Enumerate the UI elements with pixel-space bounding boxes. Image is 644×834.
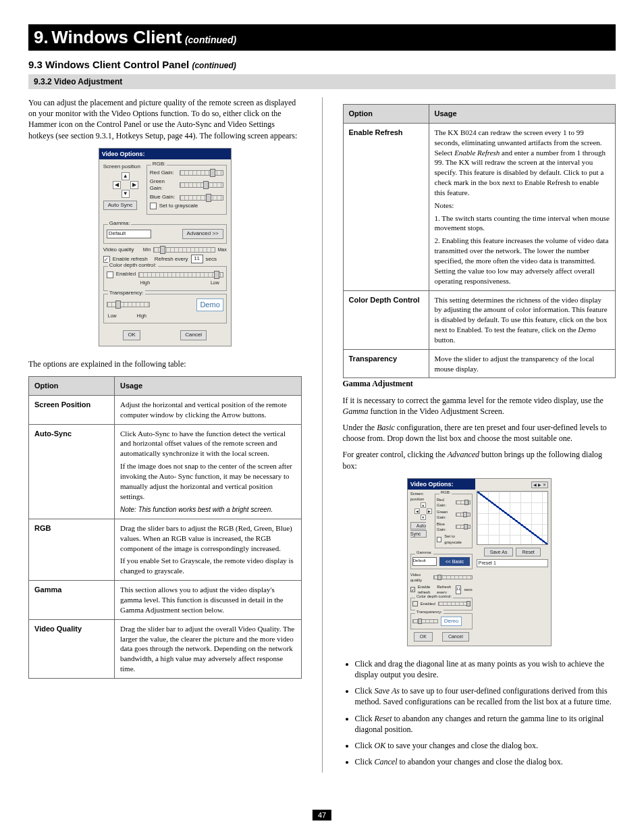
subchapter-title: Windows Client Control Panel bbox=[45, 59, 189, 70]
gamma-p3: For greater control, clicking the Advanc… bbox=[343, 449, 616, 471]
mock1-trans-low: Low bbox=[108, 313, 117, 319]
mock1-max: Max bbox=[218, 246, 227, 253]
chapter-continued: (continued) bbox=[185, 34, 236, 45]
subchapter-number: 9.3 bbox=[28, 59, 43, 70]
list-item: Click Save As to save up to four user-de… bbox=[355, 685, 616, 707]
mock1-min: Min bbox=[143, 246, 151, 253]
mock1-ok-button: OK bbox=[123, 330, 140, 340]
list-item: Click and drag the diagonal line at as m… bbox=[355, 658, 616, 680]
mock1-cancel-button: Cancel bbox=[180, 330, 207, 340]
arrow-up-icon: ▲ bbox=[122, 172, 130, 180]
mock1-gamma-legend: Gamma: bbox=[108, 220, 132, 228]
subsubsection-bar: 9.3.2 Video Adjustment bbox=[28, 74, 616, 89]
list-item: Click Reset to abandon any changes and r… bbox=[355, 713, 616, 735]
option-usage: Click Auto-Sync to have the function det… bbox=[115, 424, 302, 519]
mock1-green-slider bbox=[180, 182, 223, 188]
mock1-green-label: Green Gain: bbox=[150, 178, 177, 193]
table-row: Auto-SyncClick Auto-Sync to have the fun… bbox=[29, 424, 302, 519]
mock1-red-slider bbox=[180, 170, 223, 176]
intro-text: You can adjust the placement and picture… bbox=[28, 97, 302, 141]
mock1-gamma-select: Default bbox=[107, 230, 151, 238]
mock1-rgb-legend: RGB: bbox=[151, 161, 167, 168]
mock1-secs: secs bbox=[206, 256, 217, 263]
mock1-refresh-every: Refresh every bbox=[155, 256, 188, 263]
gamma-advanced-dialog-image: Video Options: Screen position ▲ ◀▶ ▼ Au… bbox=[407, 478, 552, 646]
option-name: Transparency bbox=[343, 349, 429, 378]
mock1-cdc-high: High bbox=[140, 280, 150, 286]
arrow-left-icon: ◀ bbox=[113, 181, 121, 189]
page-number: 47 bbox=[313, 810, 331, 820]
arrow-down-icon: ▼ bbox=[122, 190, 130, 198]
gamma-heading: Gamma Adjustment bbox=[343, 378, 616, 389]
table-row: TransparencyMove the slider to adjust th… bbox=[343, 349, 616, 378]
mock1-trans-slider bbox=[107, 302, 150, 307]
video-options-dialog-image: Video Options: Screen position ▲ ◀▶ ▼ Au… bbox=[99, 148, 232, 346]
option-name: Screen Position bbox=[29, 395, 115, 424]
table-row: Color Depth ControlThis setting determin… bbox=[343, 290, 616, 349]
left-options-table: Option Usage Screen PositionAdjust the h… bbox=[28, 376, 302, 679]
right-th-usage: Usage bbox=[429, 105, 616, 124]
left-th-usage: Usage bbox=[115, 376, 302, 395]
option-usage: Adjust the horizontal and vertical posit… bbox=[115, 395, 302, 424]
mock1-blue-slider bbox=[180, 195, 223, 201]
table-row: GammaThis section allows you to adjust t… bbox=[29, 581, 302, 620]
right-th-option: Option bbox=[343, 105, 429, 124]
gamma-p2: Under the Basic configuration, there are… bbox=[343, 422, 616, 444]
mock1-trans-high: High bbox=[137, 313, 146, 319]
subsub-title: 9.3.2 Video Adjustment bbox=[34, 77, 122, 86]
mock1-grayscale-checkbox bbox=[150, 203, 157, 209]
option-usage: Drag the slider bar to adjust the overal… bbox=[115, 619, 302, 678]
mock1-red-label: Red Gain: bbox=[150, 170, 177, 177]
mock1-refresh-checkbox: ✓ bbox=[103, 256, 110, 263]
subchapter-continued: (continued) bbox=[192, 61, 236, 70]
left-th-option: Option bbox=[29, 376, 115, 395]
option-name: Video Quality bbox=[29, 619, 115, 678]
mock1-cdc-legend: Color depth control: bbox=[108, 262, 158, 269]
mock1-vq-slider bbox=[153, 247, 215, 253]
option-name: Enable Refresh bbox=[343, 123, 429, 290]
table-row: Screen PositionAdjust the horizontal and… bbox=[29, 395, 302, 424]
chapter-header: 9. Windows Client (continued) bbox=[28, 24, 616, 51]
mock1-blue-label: Blue Gain: bbox=[150, 194, 177, 201]
mock1-autosync-button: Auto Sync bbox=[103, 201, 137, 211]
mock1-grayscale-label: Set to grayscale bbox=[159, 203, 198, 210]
option-name: Color Depth Control bbox=[343, 290, 429, 349]
list-item: Click OK to save your changes and close … bbox=[355, 740, 616, 751]
table-row: Enable RefreshThe KX B024 can redraw the… bbox=[343, 123, 616, 290]
table-row: Video QualityDrag the slider bar to adju… bbox=[29, 619, 302, 678]
mock1-cdc-enabled: Enabled bbox=[116, 271, 136, 278]
option-usage: Move the slider to adjust the transparen… bbox=[429, 349, 616, 378]
option-usage: This setting determines the richness of … bbox=[429, 290, 616, 349]
mock1-vq-label: Video quality bbox=[103, 246, 140, 254]
mock1-demo-badge: Demo bbox=[196, 298, 223, 311]
column-divider bbox=[322, 97, 323, 773]
chapter-number: 9. bbox=[34, 27, 49, 47]
arrow-right-icon: ▶ bbox=[130, 181, 138, 189]
mock1-titlebar: Video Options: bbox=[99, 149, 231, 159]
left-table-intro: The options are explained in the followi… bbox=[28, 359, 302, 369]
mock1-trans-legend: Transparency: bbox=[108, 290, 145, 297]
mock1-refresh-value: 11 bbox=[191, 255, 203, 263]
option-usage: This section allows you to adjust the vi… bbox=[115, 581, 302, 620]
chapter-title: Windows Client bbox=[51, 27, 182, 47]
option-usage: The KX B024 can redraw the screen every … bbox=[429, 123, 616, 290]
mock2-preset-select: Preset 1 bbox=[477, 559, 548, 567]
right-options-table: Option Usage Enable RefreshThe KX B024 c… bbox=[343, 104, 616, 378]
option-name: Auto-Sync bbox=[29, 424, 115, 519]
gamma-p1: If it is necessary to correct the gamma … bbox=[343, 395, 616, 417]
mock2-titlebar: Video Options: bbox=[408, 479, 475, 490]
mock1-advanced-button: Advanced >> bbox=[182, 229, 223, 239]
mock2-saveas-button: Save As bbox=[484, 548, 514, 556]
table-row: RGBDrag the slider bars to adjust the RG… bbox=[29, 519, 302, 580]
option-name: RGB bbox=[29, 519, 115, 580]
list-item: Click Cancel to abandon your changes and… bbox=[355, 756, 616, 767]
mock1-screenpos-label: Screen position bbox=[103, 163, 140, 171]
mock2-reset-button: Reset bbox=[516, 548, 540, 556]
mock1-arrowpad: ▲ ◀▶ ▼ bbox=[113, 172, 144, 198]
gamma-plot bbox=[477, 491, 548, 545]
option-usage: Drag the slider bars to adjust the RGB (… bbox=[115, 519, 302, 580]
mock1-cdc-slider bbox=[138, 272, 223, 278]
mock1-cdc-low: Low bbox=[211, 280, 219, 286]
mock1-cdc-checkbox bbox=[107, 271, 113, 278]
gamma-heading-text: Gamma Adjustment bbox=[343, 379, 413, 388]
